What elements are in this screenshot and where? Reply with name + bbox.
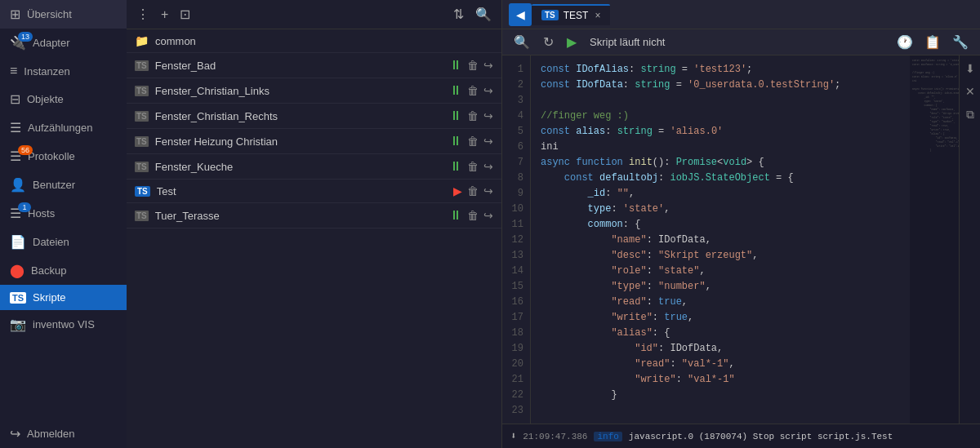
export-icon[interactable]: ↪ bbox=[483, 135, 493, 148]
search-icon[interactable]: 🔍 bbox=[474, 5, 493, 24]
log-icon: ⬇ bbox=[510, 430, 516, 442]
mini-map-content: const IDofAlias: string = 'test123'; con… bbox=[910, 55, 959, 156]
delete-icon[interactable]: 🗑 bbox=[467, 109, 479, 122]
sidebar-item-adapter[interactable]: 🔌 Adapter 13 bbox=[0, 29, 127, 57]
back-button[interactable]: ◀ bbox=[509, 3, 532, 26]
protokolle-badge: 56 bbox=[18, 145, 33, 155]
file-panel-header: ⋮ + ⊡ ⇅ 🔍 bbox=[127, 0, 501, 29]
refresh-icon[interactable]: ↻ bbox=[540, 33, 557, 51]
sidebar-item-uebersicht[interactable]: ⊞ Übersicht bbox=[0, 0, 127, 29]
file-name: Fenster_Bad bbox=[155, 60, 443, 72]
folder-icon: 📁 bbox=[135, 34, 149, 47]
add-icon[interactable]: + bbox=[159, 6, 170, 24]
list-item[interactable]: TS Fenster_Christian_Rechts ⏸ 🗑 ↪ bbox=[127, 104, 501, 129]
sidebar-label-dateien: Dateien bbox=[33, 236, 69, 248]
sidebar-item-inventwo[interactable]: 📷 inventwo VIS bbox=[0, 310, 127, 339]
file-actions: ⏸ 🗑 ↪ bbox=[449, 83, 493, 98]
list-item[interactable]: TS Fenster_Kueche ⏸ 🗑 ↪ bbox=[127, 154, 501, 180]
ts-file-icon: TS bbox=[135, 162, 149, 172]
more-icon[interactable]: ⋮ bbox=[135, 5, 151, 24]
delete-icon[interactable]: 🗑 bbox=[467, 184, 479, 197]
sidebar-label-objekte: Objekte bbox=[27, 93, 64, 105]
tab-close-button[interactable]: × bbox=[595, 10, 600, 21]
delete-icon[interactable]: 🗑 bbox=[467, 84, 479, 97]
pause-icon[interactable]: ⏸ bbox=[449, 83, 462, 98]
file-actions: ⏸ 🗑 ↪ bbox=[449, 159, 493, 174]
play-button[interactable]: ▶ bbox=[564, 33, 580, 51]
ts-file-icon: TS bbox=[135, 86, 149, 96]
export-icon[interactable]: ↪ bbox=[483, 184, 493, 197]
side-icon-x[interactable]: ✕ bbox=[965, 85, 975, 98]
file-name: Tuer_Terasse bbox=[155, 210, 443, 222]
editor-body: 12345 678910 1112131415 1617181920 21222… bbox=[502, 55, 980, 424]
list-item[interactable]: TS Tuer_Terasse ⏸ 🗑 ↪ bbox=[127, 203, 501, 228]
list-item[interactable]: TS Fenster_Bad ⏸ 🗑 ↪ bbox=[127, 53, 501, 78]
sidebar-label-instanzen: Instanzen bbox=[24, 65, 69, 78]
sidebar-label-abmelden: Abmelden bbox=[27, 428, 75, 440]
debug-icon[interactable]: 🔍 bbox=[510, 33, 533, 51]
sidebar-item-protokolle[interactable]: ☰ Protokolle 56 bbox=[0, 142, 127, 171]
file-actions: ⏸ 🗑 ↪ bbox=[449, 208, 493, 223]
benutzer-icon: 👤 bbox=[10, 177, 26, 193]
sidebar-item-skripte[interactable]: TS Skripte bbox=[0, 285, 127, 310]
pause-icon[interactable]: ⏸ bbox=[449, 208, 462, 223]
file-actions: ⏸ 🗑 ↪ bbox=[449, 109, 493, 123]
export-icon[interactable]: ↪ bbox=[483, 109, 493, 122]
grid-icon: ⊞ bbox=[10, 7, 20, 22]
sidebar-label-aufz: Aufzählungen bbox=[28, 122, 93, 134]
delete-icon[interactable]: 🗑 bbox=[467, 59, 479, 72]
settings-icon[interactable]: 🔧 bbox=[949, 33, 972, 51]
file-name: Fenster Heizung Christian bbox=[155, 135, 443, 148]
side-icon-copy[interactable]: ⧉ bbox=[966, 108, 974, 122]
file-name: Fenster_Kueche bbox=[155, 161, 443, 173]
ts-file-icon: TS bbox=[135, 111, 149, 122]
mini-map: const IDofAlias: string = 'test123'; con… bbox=[910, 55, 959, 424]
editor-toolbar: 🔍 ↻ ▶ Skript läuft nicht 🕐 📋 🔧 bbox=[502, 29, 980, 55]
export-icon[interactable]: ↪ bbox=[483, 59, 493, 72]
ts-file-icon: TS bbox=[135, 60, 149, 71]
file-list: 📁 common TS Fenster_Bad ⏸ 🗑 ↪ TS Fenster… bbox=[127, 29, 501, 448]
pause-icon[interactable]: ⏸ bbox=[449, 58, 462, 73]
aufz-icon: ☰ bbox=[10, 120, 21, 135]
list-item[interactable]: TS Fenster Heizung Christian ⏸ 🗑 ↪ bbox=[127, 129, 501, 154]
editor-tab-test[interactable]: TS TEST × bbox=[532, 4, 610, 25]
sidebar-label-uebersicht: Übersicht bbox=[27, 8, 72, 20]
sidebar-item-abmelden[interactable]: ↪ Abmelden bbox=[0, 419, 127, 448]
list-item[interactable]: 📁 common bbox=[127, 29, 501, 53]
sidebar-item-aufzaehlungen[interactable]: ☰ Aufzählungen bbox=[0, 113, 127, 142]
sidebar-item-backup[interactable]: ⬤ Backup bbox=[0, 256, 127, 285]
pause-icon[interactable]: ⏸ bbox=[449, 109, 462, 123]
file-name: Fenster_Christian_Links bbox=[155, 85, 443, 97]
export-icon[interactable]: ↪ bbox=[483, 209, 493, 222]
sidebar-item-dateien[interactable]: 📄 Dateien bbox=[0, 228, 127, 256]
clock-icon[interactable]: 🕐 bbox=[893, 33, 916, 51]
delete-icon[interactable]: 🗑 bbox=[467, 135, 479, 148]
sort-icon[interactable]: ⇅ bbox=[452, 5, 466, 24]
sidebar-item-instanzen[interactable]: ≡ Instanzen bbox=[0, 57, 127, 85]
sidebar-item-objekte[interactable]: ⊟ Objekte bbox=[0, 85, 127, 113]
delete-icon[interactable]: 🗑 bbox=[467, 209, 479, 222]
ts-badge: TS bbox=[541, 10, 559, 20]
side-icon-1[interactable]: ⬇ bbox=[965, 62, 975, 75]
list-item[interactable]: TS Fenster_Christian_Links ⏸ 🗑 ↪ bbox=[127, 78, 501, 104]
delete-icon[interactable]: 🗑 bbox=[467, 160, 479, 173]
export-icon[interactable]: ↪ bbox=[483, 160, 493, 173]
ts-blue-icon: TS bbox=[135, 186, 150, 197]
pause-icon[interactable]: ⏸ bbox=[449, 159, 462, 174]
export-icon[interactable]: ↪ bbox=[483, 84, 493, 97]
sidebar-item-benutzer[interactable]: 👤 Benutzer bbox=[0, 171, 127, 199]
hosts-badge: 1 bbox=[18, 202, 31, 212]
abmelden-icon: ↪ bbox=[10, 426, 20, 441]
clipboard-icon[interactable]: 📋 bbox=[921, 33, 944, 51]
file-name: Fenster_Christian_Rechts bbox=[155, 110, 443, 122]
pause-icon[interactable]: ⏸ bbox=[449, 134, 462, 149]
ts-file-icon: TS bbox=[135, 136, 149, 147]
add-folder-icon[interactable]: ⊡ bbox=[178, 5, 192, 24]
code-editor[interactable]: const IDofAlias: string = 'test123'; con… bbox=[531, 55, 910, 424]
backup-icon: ⬤ bbox=[10, 263, 24, 278]
list-item[interactable]: TS Test ▶ 🗑 ↪ bbox=[127, 180, 501, 203]
side-icons: ⬇ ✕ ⧉ bbox=[959, 55, 980, 424]
script-status: Skript läuft nicht bbox=[590, 36, 887, 48]
sidebar-item-hosts[interactable]: ☰ Hosts 1 bbox=[0, 199, 127, 228]
play-icon[interactable]: ▶ bbox=[453, 184, 462, 197]
